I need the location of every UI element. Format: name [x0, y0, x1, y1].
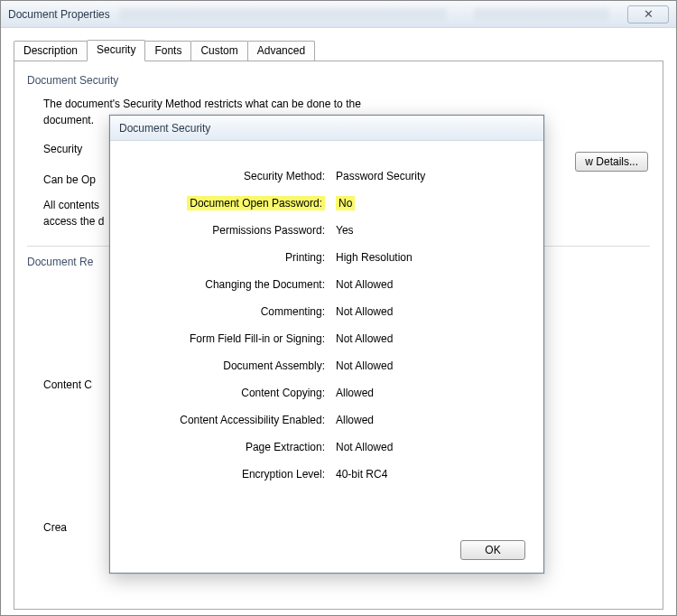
document-security-dialog: Document Security Security Method:Passwo… [109, 115, 544, 574]
property-value: No [336, 197, 525, 210]
property-label: Permissions Password: [128, 224, 336, 237]
property-label: Encryption Level: [128, 468, 336, 481]
window-close-button[interactable]: ✕ [627, 5, 669, 23]
dialog-body: Security Method:Password SecurityDocumen… [110, 141, 543, 500]
property-value: Password Security [336, 170, 525, 182]
security-property-row: Form Field Fill-in or Signing:Not Allowe… [128, 329, 525, 349]
security-property-row: Document Open Password:No [128, 193, 525, 213]
property-value: Not Allowed [336, 359, 525, 372]
dialog-title: Document Security [119, 122, 210, 135]
property-value: Not Allowed [336, 278, 525, 291]
highlighted-label: Document Open Password: [187, 196, 325, 210]
security-property-row: Content Copying:Allowed [128, 383, 525, 403]
property-value: Allowed [336, 387, 525, 399]
security-property-row: Permissions Password:Yes [128, 220, 525, 240]
property-label: Printing: [128, 251, 336, 264]
property-value: 40-bit RC4 [336, 468, 525, 481]
tab-description[interactable]: Description [14, 41, 88, 61]
window-titlebar: Document Properties ✕ [1, 1, 676, 28]
security-property-row: Document Assembly:Not Allowed [128, 356, 525, 376]
security-property-row: Security Method:Password Security [128, 166, 525, 186]
document-properties-window: Document Properties ✕ Description Securi… [0, 0, 677, 616]
titlebar-blur-decor [119, 8, 447, 21]
tab-security[interactable]: Security [87, 40, 145, 61]
property-value: Not Allowed [336, 305, 525, 318]
security-property-row: Encryption Level:40-bit RC4 [128, 464, 525, 484]
window-title: Document Properties [8, 8, 110, 21]
property-value: Not Allowed [336, 332, 525, 345]
document-security-heading: Document Security [27, 74, 650, 87]
tab-advanced[interactable]: Advanced [247, 41, 315, 61]
property-value: Yes [336, 224, 525, 237]
property-label: Content Accessibility Enabled: [128, 414, 336, 426]
property-label: Commenting: [128, 305, 336, 318]
titlebar-blur-decor-2 [474, 8, 609, 21]
property-label: Security Method: [128, 170, 336, 182]
security-property-row: Page Extraction:Not Allowed [128, 437, 525, 457]
property-label: Document Assembly: [128, 359, 336, 372]
highlighted-value: No [336, 196, 355, 210]
property-value: Not Allowed [336, 441, 525, 453]
dialog-footer: OK [460, 540, 525, 560]
close-icon: ✕ [644, 7, 654, 21]
intro-line-1: The document's Security Method restricts… [43, 96, 650, 112]
ok-button[interactable]: OK [460, 540, 525, 560]
dialog-titlebar: Document Security [110, 116, 543, 141]
tab-custom[interactable]: Custom [190, 41, 247, 61]
security-property-row: Printing:High Resolution [128, 247, 525, 267]
security-method-label: Security [43, 141, 82, 157]
tabstrip: Description Security Fonts Custom Advanc… [14, 39, 663, 61]
security-property-row: Content Accessibility Enabled:Allowed [128, 410, 525, 430]
property-label: Changing the Document: [128, 278, 336, 291]
property-label: Document Open Password: [128, 197, 336, 210]
tab-fonts[interactable]: Fonts [144, 41, 191, 61]
property-value: Allowed [336, 414, 525, 426]
property-label: Content Copying: [128, 387, 336, 399]
property-label: Form Field Fill-in or Signing: [128, 332, 336, 345]
property-value: High Resolution [336, 251, 525, 264]
property-label: Page Extraction: [128, 441, 336, 453]
security-property-row: Changing the Document:Not Allowed [128, 275, 525, 294]
show-details-button[interactable]: w Details... [575, 152, 648, 172]
security-property-row: Commenting:Not Allowed [128, 302, 525, 322]
